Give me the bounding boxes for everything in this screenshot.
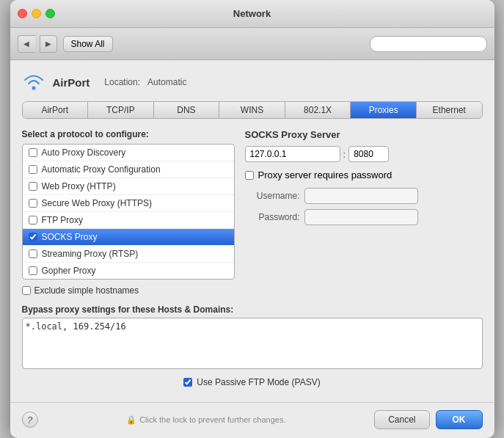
- socks-proxy-checkbox[interactable]: [29, 233, 37, 241]
- right-panel: SOCKS Proxy Server : Proxy server requir…: [245, 129, 483, 296]
- gopher-proxy-label: Gopher Proxy: [42, 266, 96, 276]
- tab-ethernet[interactable]: Ethernet: [417, 102, 482, 118]
- web-proxy-checkbox[interactable]: [29, 182, 37, 191]
- password-row: Password:: [245, 209, 483, 225]
- location-value: Automatic: [147, 77, 186, 87]
- auto-proxy-config-checkbox[interactable]: [29, 165, 37, 174]
- protocol-label: Select a protocol to configure:: [22, 129, 235, 139]
- cancel-button[interactable]: Cancel: [374, 410, 429, 429]
- minimize-button[interactable]: [32, 9, 41, 18]
- protocol-item-web-proxy[interactable]: Web Proxy (HTTP): [23, 178, 234, 195]
- port-input[interactable]: [348, 146, 389, 162]
- device-header: AirPort Location: Automatic: [22, 70, 483, 94]
- content-area: AirPort Location: Automatic AirPort TCP/…: [10, 60, 494, 398]
- exclude-row: Exclude simple hostnames: [22, 285, 235, 296]
- username-label: Username:: [245, 191, 300, 201]
- search-box: [370, 36, 487, 52]
- tab-airport[interactable]: AirPort: [23, 102, 89, 118]
- streaming-proxy-label: Streaming Proxy (RTSP): [42, 249, 139, 259]
- back-button[interactable]: ◀: [18, 35, 35, 53]
- ftp-proxy-label: FTP Proxy: [42, 215, 83, 225]
- tab-tcpip[interactable]: TCP/IP: [88, 102, 154, 118]
- protocol-item-gopher-proxy[interactable]: Gopher Proxy: [23, 263, 234, 279]
- protocol-item-secure-web-proxy[interactable]: Secure Web Proxy (HTTPS): [23, 195, 234, 212]
- password-label: Password:: [245, 212, 300, 222]
- password-checkbox-row: Proxy server requires password: [245, 169, 483, 180]
- pasv-checkbox[interactable]: [183, 378, 192, 387]
- bypass-textarea[interactable]: *.local, 169.254/16: [22, 318, 483, 369]
- tab-8021x[interactable]: 802.1X: [285, 102, 351, 118]
- main-area: Select a protocol to configure: Auto Pro…: [22, 129, 483, 296]
- requires-password-label: Proxy server requires password: [258, 169, 392, 180]
- secure-web-proxy-checkbox[interactable]: [29, 199, 37, 208]
- protocol-item-socks-proxy[interactable]: SOCKS Proxy: [23, 229, 234, 246]
- server-row: :: [245, 146, 483, 162]
- lock-text: Click the lock to prevent further change…: [139, 415, 285, 424]
- exclude-hostnames-checkbox[interactable]: [22, 286, 31, 295]
- web-proxy-label: Web Proxy (HTTP): [42, 181, 116, 191]
- footer: ? 🔒 Click the lock to prevent further ch…: [10, 402, 494, 438]
- socks-title: SOCKS Proxy Server: [245, 129, 483, 140]
- tab-proxies[interactable]: Proxies: [351, 102, 417, 118]
- title-bar: Network: [10, 0, 494, 28]
- bypass-label: Bypass proxy settings for these Hosts & …: [22, 304, 483, 315]
- auto-proxy-checkbox[interactable]: [29, 148, 37, 157]
- toolbar: ◀ ▶ Show All: [10, 28, 494, 60]
- lock-row: 🔒 Click the lock to prevent further chan…: [123, 412, 288, 428]
- protocol-item-auto-proxy[interactable]: Auto Proxy Discovery: [23, 145, 234, 161]
- protocol-list: Auto Proxy Discovery Automatic Proxy Con…: [22, 144, 235, 280]
- device-name: AirPort: [53, 76, 90, 89]
- requires-password-checkbox[interactable]: [245, 171, 254, 180]
- show-all-button[interactable]: Show All: [63, 36, 113, 52]
- maximize-button[interactable]: [45, 9, 55, 18]
- tab-dns[interactable]: DNS: [154, 102, 220, 118]
- username-input[interactable]: [304, 188, 418, 204]
- username-row: Username:: [245, 188, 483, 204]
- ftp-proxy-checkbox[interactable]: [29, 216, 37, 225]
- protocol-item-auto-proxy-config[interactable]: Automatic Proxy Configuration: [23, 161, 234, 178]
- gopher-proxy-checkbox[interactable]: [29, 266, 37, 275]
- auto-proxy-label: Auto Proxy Discovery: [42, 147, 126, 158]
- network-window: Network ◀ ▶ Show All AirPort: [10, 0, 494, 438]
- footer-buttons: Cancel OK: [374, 410, 482, 429]
- socks-proxy-label: SOCKS Proxy: [42, 232, 98, 242]
- pasv-label: Use Passive FTP Mode (PASV): [197, 377, 320, 387]
- wifi-icon: [22, 70, 45, 94]
- colon-separator: :: [343, 149, 346, 160]
- lock-icon: 🔒: [126, 415, 136, 425]
- forward-button[interactable]: ▶: [40, 35, 57, 53]
- pasv-row: Use Passive FTP Mode (PASV): [22, 377, 483, 387]
- protocol-item-ftp-proxy[interactable]: FTP Proxy: [23, 212, 234, 229]
- traffic-lights: [18, 9, 55, 18]
- tab-wins[interactable]: WINS: [219, 102, 285, 118]
- window-title: Network: [233, 8, 271, 19]
- search-input[interactable]: [376, 39, 481, 49]
- bottom-section: Bypass proxy settings for these Hosts & …: [22, 304, 483, 387]
- location-label: Location:: [104, 77, 140, 87]
- left-panel: Select a protocol to configure: Auto Pro…: [22, 129, 235, 296]
- help-button[interactable]: ?: [22, 412, 38, 428]
- protocol-item-streaming-proxy[interactable]: Streaming Proxy (RTSP): [23, 246, 234, 263]
- streaming-proxy-checkbox[interactable]: [29, 249, 37, 258]
- svg-point-0: [32, 87, 35, 90]
- ok-button[interactable]: OK: [436, 410, 483, 429]
- auto-proxy-config-label: Automatic Proxy Configuration: [42, 164, 161, 175]
- password-input[interactable]: [304, 209, 418, 225]
- exclude-label: Exclude simple hostnames: [34, 285, 139, 296]
- server-input[interactable]: [245, 146, 340, 162]
- close-button[interactable]: [18, 9, 27, 18]
- secure-web-proxy-label: Secure Web Proxy (HTTPS): [42, 198, 152, 208]
- tabs-container: AirPort TCP/IP DNS WINS 802.1X Proxies E…: [22, 101, 483, 119]
